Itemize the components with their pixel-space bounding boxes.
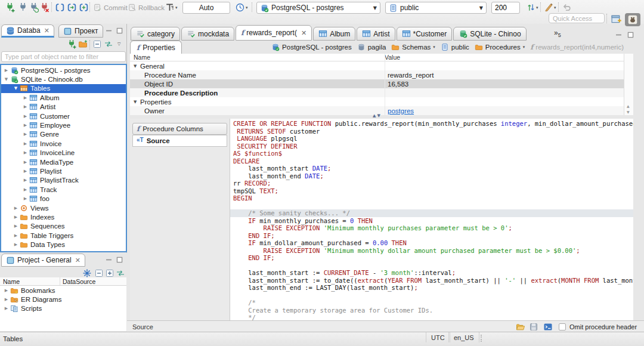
minimize-icon[interactable] <box>615 31 623 39</box>
project-tree[interactable]: ▶Bookmarks▶ER Diagrams▶Scripts <box>0 286 126 331</box>
scroll-down-icon[interactable]: ▼ <box>627 110 630 114</box>
navigator-tree-item-foo[interactable]: ▶foo <box>1 194 126 203</box>
project-tree-item-er-diagrams[interactable]: ▶ER Diagrams <box>0 295 126 304</box>
editor-tab-rewards-report[interactable]: frewards_report(✕ <box>236 25 312 41</box>
expand-arrow-icon[interactable]: ▶ <box>12 206 20 211</box>
chevron-down-icon[interactable]: ▾ <box>433 45 435 50</box>
timezone-indicator[interactable]: UTC <box>426 332 450 342</box>
view-menu-icon[interactable]: ▽ <box>117 42 120 47</box>
expand-arrow-icon[interactable]: ▶ <box>12 215 20 220</box>
expand-arrow-icon[interactable]: ▶ <box>21 196 29 201</box>
navigator-tree-item-views[interactable]: ▶Views <box>1 203 126 212</box>
link-with-editor-icon[interactable] <box>116 268 125 278</box>
editor-tab-artist[interactable]: Artist <box>357 27 395 41</box>
editor-tab-customer[interactable]: *Customer <box>397 27 453 41</box>
expand-arrow-icon[interactable]: ▶ <box>21 95 29 100</box>
grid-row-general[interactable]: ▼General <box>130 61 633 70</box>
subtab-source[interactable]: «TSource <box>132 135 227 147</box>
collapse-all-icon[interactable] <box>92 39 102 49</box>
close-icon[interactable]: ✕ <box>44 27 49 35</box>
expand-arrow-icon[interactable]: ▶ <box>21 187 29 192</box>
grid-header[interactable]: Name Value <box>130 54 633 61</box>
collapse-arrow-icon[interactable]: ▼ <box>134 100 140 104</box>
editor-tab-mockdata[interactable]: mockdata <box>181 27 234 41</box>
reconnect-icon[interactable] <box>29 2 39 13</box>
navigator-tree-item-sequences[interactable]: ▶Sequences <box>1 222 126 231</box>
refresh-icon[interactable] <box>526 2 536 13</box>
navigator-filter-input[interactable] <box>1 51 126 62</box>
expand-arrow-icon[interactable]: ▶ <box>21 104 29 109</box>
chevron-down-icon[interactable]: ▾ <box>523 45 525 50</box>
new-folder-icon[interactable] <box>78 39 88 49</box>
expand-arrow-icon[interactable]: ▶ <box>12 233 20 238</box>
collapse-arrow-icon[interactable]: ▼ <box>12 86 20 91</box>
minimize-icon[interactable] <box>105 27 113 35</box>
load-from-file-icon[interactable] <box>516 322 525 332</box>
breadcrumb-item-postgresql-postgres[interactable]: PostgreSQL - postgres <box>271 43 352 51</box>
project-tree-item-bookmarks[interactable]: ▶Bookmarks <box>0 286 126 295</box>
expand-arrow-icon[interactable]: ▶ <box>12 224 20 228</box>
paint-icon[interactable] <box>544 2 554 13</box>
locale-indicator[interactable]: en_US <box>448 332 479 342</box>
query-history-icon[interactable] <box>235 2 245 13</box>
breadcrumb-item-public[interactable]: public <box>441 43 469 51</box>
grid-row-properties[interactable]: ▼Properties <box>130 97 633 106</box>
new-connection-icon[interactable] <box>5 2 15 13</box>
new-connection-icon[interactable] <box>67 39 76 49</box>
chevron-down-icon[interactable]: ▾ <box>536 5 538 10</box>
disconnect-icon[interactable] <box>39 2 49 13</box>
expand-arrow-icon[interactable]: ▶ <box>2 288 10 293</box>
collapse-arrow-icon[interactable]: ▼ <box>134 64 140 69</box>
maximize-icon[interactable] <box>116 27 123 35</box>
close-icon[interactable]: ✕ <box>301 29 306 37</box>
editor-tab-overflow[interactable]: »5 <box>550 29 564 41</box>
expand-arrow-icon[interactable]: ▶ <box>21 132 29 137</box>
navigator-tree-item-postgresql-postgres[interactable]: ▶PostgreSQL - postgres <box>1 66 126 75</box>
column-divider[interactable] <box>60 277 60 285</box>
close-icon[interactable]: ✕ <box>75 257 80 264</box>
project-columns-header[interactable]: Name DataSource <box>0 277 126 286</box>
project-tree-item-scripts[interactable]: ▶Scripts <box>0 304 126 313</box>
tx-mode-select[interactable]: Auto <box>182 2 230 14</box>
expand-arrow-icon[interactable]: ▶ <box>21 169 29 174</box>
navigator-tree-item-employee[interactable]: ▶Employee <box>1 121 126 129</box>
navigator-tree-item-track[interactable]: ▶Track <box>1 185 126 194</box>
grid-row-object-id[interactable]: Object ID16,583 <box>130 79 633 88</box>
chevron-down-icon[interactable]: ▾ <box>175 5 178 10</box>
navigator-tree-item-table-triggers[interactable]: ▶Table Triggers <box>1 231 126 240</box>
expand-arrow-icon[interactable]: ▶ <box>21 160 29 165</box>
navigator-tree-item-sqlite-chinook-db[interactable]: ▼SQLite - Chinook.db <box>1 75 126 84</box>
new-sql-editor-icon[interactable] <box>67 2 77 13</box>
tab-project-general[interactable]: Project - General✕ <box>1 254 85 267</box>
navigator-tree-item-invoiceline[interactable]: ▶InvoiceLine <box>1 149 126 157</box>
breadcrumb-item-rewards-report-int4-numeric[interactable]: frewards_report(int4,numeric) <box>530 43 624 51</box>
expand-all-icon[interactable] <box>105 268 114 278</box>
gear-icon[interactable] <box>82 268 92 278</box>
quick-access-input[interactable] <box>549 13 605 23</box>
grid-row-owner[interactable]: Ownerpostgres <box>130 106 633 115</box>
open-perspective-button[interactable] <box>609 13 623 25</box>
expand-arrow-icon[interactable]: ▶ <box>21 150 29 155</box>
minimize-icon[interactable] <box>105 256 113 264</box>
chevron-down-icon[interactable]: ▾ <box>246 5 248 10</box>
collapse-arrow-icon[interactable]: ▼ <box>2 77 10 82</box>
source-viewer[interactable]: CREATE OR REPLACE FUNCTION public.reward… <box>230 119 633 320</box>
editor-tab-album[interactable]: Album <box>313 27 355 41</box>
commit-button[interactable]: Commit <box>93 2 128 13</box>
sql-editor-icon[interactable] <box>55 2 65 13</box>
navigator-tree-item-indexes[interactable]: ▶Indexes <box>1 212 126 221</box>
open-sql-script-icon[interactable] <box>79 2 89 13</box>
open-in-sql-console-icon[interactable] <box>543 322 553 332</box>
breadcrumb-item-procedures[interactable]: Procedures▾ <box>475 43 525 51</box>
column-divider[interactable] <box>385 54 385 115</box>
schema-select[interactable]: public▼ <box>385 2 487 14</box>
collapse-all-icon[interactable] <box>94 268 104 278</box>
save-to-file-icon[interactable] <box>529 322 538 332</box>
expand-arrow-icon[interactable]: ▶ <box>2 68 10 73</box>
navigator-tree-item-playlist[interactable]: ▶Playlist <box>1 166 126 175</box>
breadcrumb-item-pagila[interactable]: pagila <box>357 43 386 51</box>
editor-tab-sqlite-chinoo[interactable]: SQLite - Chinoo <box>453 27 526 41</box>
omit-procedure-header-checkbox[interactable] <box>559 323 566 330</box>
expand-arrow-icon[interactable]: ▶ <box>2 306 10 311</box>
undo-icon[interactable] <box>562 2 572 13</box>
